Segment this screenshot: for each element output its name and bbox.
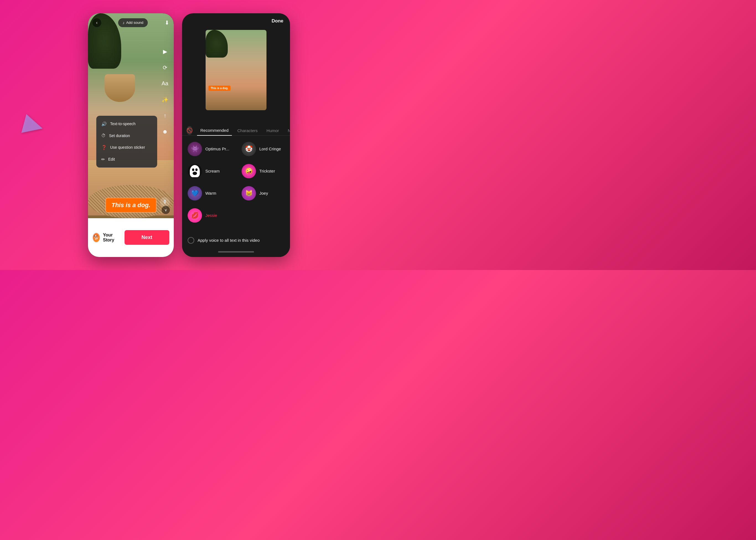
- voice-name-joey: Joey: [259, 191, 268, 196]
- done-label: Done: [272, 18, 284, 24]
- faces-icon[interactable]: ☻: [160, 127, 170, 137]
- tts-label: Text-to-speech: [110, 122, 136, 126]
- voice-item-lord-cringe[interactable]: 🤡 Lord Cringe: [236, 138, 290, 160]
- set-duration-item[interactable]: ⏱ Set duration: [96, 130, 157, 142]
- tts-icon: 🔊: [101, 121, 107, 127]
- divider: [122, 229, 122, 246]
- caption-text: This is a dog.: [112, 202, 151, 208]
- phone-right: Done This is a dog. 🚫 Recommended Charac…: [182, 13, 290, 257]
- phone-left: ‹ ♪ Add sound ⬇ ▶ ⟳ Aa ✨ ↑ ☻ 🔊 T: [88, 13, 174, 257]
- voice-item-scream[interactable]: Scream: [182, 160, 236, 182]
- sticker-icon[interactable]: ✨: [160, 95, 170, 105]
- preview-plant: [206, 30, 228, 58]
- edit-label: Edit: [108, 157, 115, 162]
- tab-humor[interactable]: Humor: [263, 126, 282, 135]
- next-button[interactable]: Next: [125, 230, 169, 245]
- back-button[interactable]: ‹: [92, 18, 101, 27]
- bottom-bar-left: 🐕 Your Story Next: [88, 218, 174, 257]
- tts-panel: 🚫 Recommended Characters Humor Nar: [182, 121, 290, 257]
- screens-container: ‹ ♪ Add sound ⬇ ▶ ⟳ Aa ✨ ↑ ☻ 🔊 T: [88, 13, 290, 257]
- voice-item-warm[interactable]: 💙 Warm: [182, 182, 236, 204]
- arrow-pointer: [24, 116, 43, 136]
- mic-icon[interactable]: 🎙: [160, 197, 170, 207]
- voice-item-joey[interactable]: 😸 Joey: [236, 182, 290, 204]
- voice-item-jessie[interactable]: 💋 Jessie: [182, 204, 236, 226]
- voice-name-trickster: Trickster: [259, 169, 275, 173]
- question-icon: ❓: [101, 145, 107, 150]
- preview-caption: This is a dog.: [208, 85, 231, 91]
- context-menu: 🔊 Text-to-speech ⏱ Set duration ❓ Use qu…: [96, 116, 157, 168]
- tab-characters[interactable]: Characters: [234, 126, 261, 135]
- voice-avatar-trickster: 🤪: [242, 164, 256, 178]
- voice-name-lord-cringe: Lord Cringe: [259, 147, 281, 151]
- music-icon: ♪: [123, 21, 125, 25]
- basket-decoration: [105, 74, 135, 102]
- scroll-down-button[interactable]: ∨: [162, 206, 170, 214]
- top-bar-left: ‹ ♪ Add sound ⬇: [88, 18, 174, 27]
- voice-avatar-lord-cringe: 🤡: [242, 142, 256, 156]
- question-sticker-item[interactable]: ❓ Use question sticker: [96, 142, 157, 153]
- top-bar-right: Done: [272, 18, 284, 24]
- your-story-button[interactable]: 🐕 Your Story: [92, 233, 120, 243]
- apply-voice-checkbox[interactable]: [188, 237, 194, 244]
- voice-name-warm: Warm: [205, 191, 216, 196]
- tabs-row: 🚫 Recommended Characters Humor Nar: [182, 121, 290, 136]
- done-button[interactable]: Done: [272, 18, 284, 24]
- tab-nar[interactable]: Nar: [284, 126, 290, 135]
- next-label: Next: [142, 234, 152, 240]
- apply-voice-row: Apply voice to all text in this video: [182, 231, 290, 249]
- voice-item-optimus[interactable]: 👾 Optimus Pr...: [182, 138, 236, 160]
- edit-item[interactable]: ✏ Edit: [96, 153, 157, 165]
- right-icons-panel: ▶ ⟳ Aa ✨ ↑ ☻: [160, 47, 170, 137]
- duration-icon: ⏱: [101, 133, 106, 138]
- voice-name-scream: Scream: [205, 169, 220, 173]
- no-voice-button[interactable]: 🚫: [186, 126, 193, 135]
- duration-label: Set duration: [109, 133, 130, 138]
- question-label: Use question sticker: [110, 145, 145, 150]
- add-sound-button[interactable]: ♪ Add sound: [118, 18, 148, 27]
- voice-avatar-warm: 💙: [188, 186, 202, 201]
- voice-avatar-joey: 😸: [242, 186, 256, 201]
- effects-icon[interactable]: ↑: [160, 111, 170, 121]
- reverse-icon[interactable]: ⟳: [160, 63, 170, 72]
- voice-name-jessie: Jessie: [205, 213, 217, 218]
- video-preview: This is a dog.: [206, 30, 267, 110]
- caption-box[interactable]: This is a dog.: [105, 198, 157, 213]
- voice-grid: 👾 Optimus Pr... 🤡 Lord Cringe: [182, 136, 290, 229]
- add-sound-label: Add sound: [126, 21, 143, 25]
- voice-avatar-optimus: 👾: [188, 142, 202, 156]
- voice-avatar-scream: [188, 164, 202, 178]
- story-avatar: 🐕: [92, 233, 100, 243]
- scream-face-icon: [188, 164, 202, 178]
- download-button[interactable]: ⬇: [164, 19, 169, 26]
- text-to-speech-item[interactable]: 🔊 Text-to-speech: [96, 118, 157, 130]
- apply-voice-label: Apply voice to all text in this video: [198, 238, 260, 243]
- voice-name-optimus: Optimus Pr...: [205, 147, 229, 151]
- your-story-label: Your Story: [103, 233, 120, 243]
- voice-item-trickster[interactable]: 🤪 Trickster: [236, 160, 290, 182]
- edit-icon: ✏: [101, 157, 105, 162]
- playback-icon[interactable]: ▶: [160, 47, 170, 57]
- text-icon[interactable]: Aa: [160, 79, 170, 89]
- bottom-handle: [218, 251, 254, 253]
- tab-recommended[interactable]: Recommended: [197, 126, 232, 136]
- voice-avatar-jessie: 💋: [188, 208, 202, 223]
